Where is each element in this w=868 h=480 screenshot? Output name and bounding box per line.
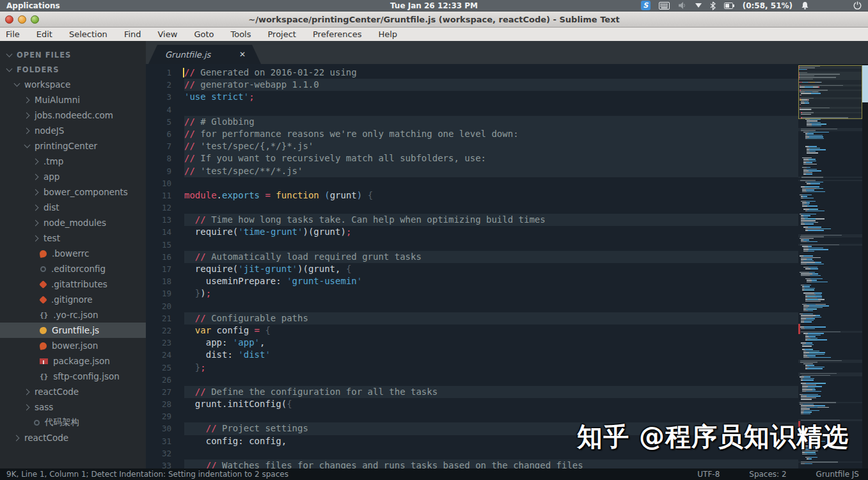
tree-item-label: .bowerrc xyxy=(52,248,89,259)
menu-goto[interactable]: Goto xyxy=(185,29,222,39)
code-line-9[interactable]: 9// 'test/spec/**/*.js' xyxy=(146,165,798,177)
tree-folder-node_modules[interactable]: node_modules xyxy=(0,215,146,230)
input-method-icon[interactable]: S xyxy=(641,1,651,10)
code-line-10[interactable]: 10 xyxy=(146,177,798,189)
menu-view[interactable]: View xyxy=(150,29,186,39)
menu-selection[interactable]: Selection xyxy=(61,29,116,39)
code-line-21[interactable]: 21 // Configurable paths xyxy=(146,312,798,324)
menu-file[interactable]: File xyxy=(0,29,28,39)
open-files-header[interactable]: OPEN FILES xyxy=(0,47,146,62)
battery-status[interactable]: (0:58, 51%) xyxy=(743,1,793,10)
tree-folder-app[interactable]: app xyxy=(0,169,146,184)
status-encoding: UTF-8 xyxy=(697,470,720,479)
code-line-17[interactable]: 17 require('jit-grunt')(grunt, { xyxy=(146,263,798,275)
npm-file-icon xyxy=(40,358,48,364)
network-icon[interactable] xyxy=(695,3,702,8)
menu-help[interactable]: Help xyxy=(370,29,406,39)
code-line-15[interactable]: 15 xyxy=(146,239,798,251)
code-line-24[interactable]: 24 dist: 'dist' xyxy=(146,349,798,361)
code-line-16[interactable]: 16 // Automatically load required grunt … xyxy=(146,251,798,263)
code-line-33[interactable]: 33 // Watches files for changes and runs… xyxy=(146,460,798,468)
close-window-button[interactable] xyxy=(5,15,13,24)
applications-menu[interactable]: Applications xyxy=(6,1,60,10)
minimap[interactable] xyxy=(798,65,862,468)
code-line-6[interactable]: 6// for performance reasons we're only m… xyxy=(146,128,798,140)
tree-file-package.json[interactable]: package.json xyxy=(0,353,146,369)
tree-item-label: .tmp xyxy=(43,156,63,166)
code-line-13[interactable]: 13 // Time how long tasks take. Can help… xyxy=(146,214,798,226)
menu-tools[interactable]: Tools xyxy=(222,29,259,39)
tree-file-.gitattributes[interactable]: .gitattributes xyxy=(0,276,146,292)
code-line-19[interactable]: 19 }); xyxy=(146,287,798,300)
code-line-14[interactable]: 14 require('time-grunt')(grunt); xyxy=(146,226,798,238)
tree-file-.yo-rc.json[interactable]: {}.yo-rc.json xyxy=(0,307,146,323)
tree-folder-reactCode[interactable]: reactCode xyxy=(0,430,146,445)
line-number: 24 xyxy=(146,349,171,361)
tree-item-label: bower_components xyxy=(43,187,128,197)
tree-file-sftp-config.json[interactable]: {}sftp-config.json xyxy=(0,369,146,384)
tree-folder-test[interactable]: test xyxy=(0,230,146,246)
battery-icon[interactable] xyxy=(724,3,734,9)
code-line-20[interactable]: 20 xyxy=(146,300,798,312)
bell-icon[interactable] xyxy=(801,1,809,10)
code-line-12[interactable]: 12 xyxy=(146,202,798,214)
tree-folder-MuiAlumni[interactable]: MuiAlumni xyxy=(0,92,146,108)
code-line-27[interactable]: 27 // Define the configuration for all t… xyxy=(146,386,798,398)
code-line-4[interactable]: 4 xyxy=(146,104,798,116)
code-line-22[interactable]: 22 var config = { xyxy=(146,324,798,337)
close-icon[interactable]: ✕ xyxy=(239,50,246,59)
code-line-1[interactable]: 1// Generated on 2016-01-22 using xyxy=(146,67,798,79)
tree-file-代码架构[interactable]: 代码架构 xyxy=(0,415,146,430)
minimap-viewport[interactable] xyxy=(798,65,862,119)
menu-find[interactable]: Find xyxy=(116,29,150,39)
code-line-11[interactable]: 11module.exports = function (grunt) { xyxy=(146,189,798,202)
status-indentation[interactable]: Spaces: 2 xyxy=(749,470,786,479)
minimize-window-button[interactable] xyxy=(18,15,26,24)
tree-file-Gruntfile.js[interactable]: Gruntfile.js xyxy=(0,323,146,338)
line-number: 26 xyxy=(146,374,171,386)
menu-preferences[interactable]: Preferences xyxy=(304,29,370,39)
tree-folder-bower_components[interactable]: bower_components xyxy=(0,184,146,200)
line-number: 28 xyxy=(146,398,171,410)
maximize-window-button[interactable] xyxy=(31,15,39,24)
code-line-7[interactable]: 7// 'test/spec/{,*/}*.js' xyxy=(146,140,798,152)
bluetooth-icon[interactable] xyxy=(710,1,716,10)
code-line-3[interactable]: 3'use strict'; xyxy=(146,91,798,103)
code-line-8[interactable]: 8// If you want to recursively match all… xyxy=(146,152,798,164)
line-number: 32 xyxy=(146,447,171,460)
code-line-2[interactable]: 2// generator-webapp 1.1.0 xyxy=(146,79,798,91)
code-line-28[interactable]: 28 grunt.initConfig({ xyxy=(146,398,798,410)
code-line-26[interactable]: 26 xyxy=(146,374,798,386)
folders-header[interactable]: FOLDERS xyxy=(0,62,146,77)
code-editor[interactable]: 1// Generated on 2016-01-22 using2// gen… xyxy=(146,67,798,468)
menu-project[interactable]: Project xyxy=(259,29,304,39)
status-syntax[interactable]: Gruntfile JS xyxy=(816,470,859,479)
tree-file-bower.json[interactable]: bower.json xyxy=(0,338,146,353)
code-line-23[interactable]: 23 app: 'app', xyxy=(146,337,798,349)
power-icon[interactable] xyxy=(853,1,862,10)
tree-folder-printingCenter[interactable]: printingCenter xyxy=(0,138,146,154)
menu-edit[interactable]: Edit xyxy=(28,29,61,39)
code-line-18[interactable]: 18 useminPrepare: 'grunt-usemin' xyxy=(146,275,798,287)
code-line-25[interactable]: 25 }; xyxy=(146,362,798,374)
tab-gruntfile[interactable]: Gruntfile.js ✕ xyxy=(148,45,261,64)
code-line-5[interactable]: 5// # Globbing xyxy=(146,116,798,128)
keyboard-icon[interactable] xyxy=(659,2,670,10)
tree-folder-workspace[interactable]: workspace xyxy=(0,77,146,92)
tree-file-.bowerrc[interactable]: .bowerrc xyxy=(0,246,146,261)
line-number: 15 xyxy=(146,239,171,251)
chevron-down-icon xyxy=(6,67,12,72)
scrollbar-thumb[interactable] xyxy=(862,65,868,102)
tree-folder-dist[interactable]: dist xyxy=(0,200,146,215)
title-bar[interactable]: ~/workspace/printingCenter/Gruntfile.js … xyxy=(0,12,868,28)
chevron-right-icon xyxy=(33,236,38,241)
tree-file-.gitignore[interactable]: .gitignore xyxy=(0,292,146,307)
tree-file-.editorconfig[interactable]: .editorconfig xyxy=(0,261,146,276)
volume-icon[interactable] xyxy=(678,1,687,10)
scrollbar[interactable] xyxy=(862,64,868,468)
tree-folder-.tmp[interactable]: .tmp xyxy=(0,154,146,169)
tree-folder-sass[interactable]: sass xyxy=(0,399,146,415)
tree-folder-jobs.nodeedc.com[interactable]: jobs.nodeedc.com xyxy=(0,108,146,123)
tree-folder-nodeJS[interactable]: nodeJS xyxy=(0,123,146,138)
tree-folder-reactCode[interactable]: reactCode xyxy=(0,384,146,399)
